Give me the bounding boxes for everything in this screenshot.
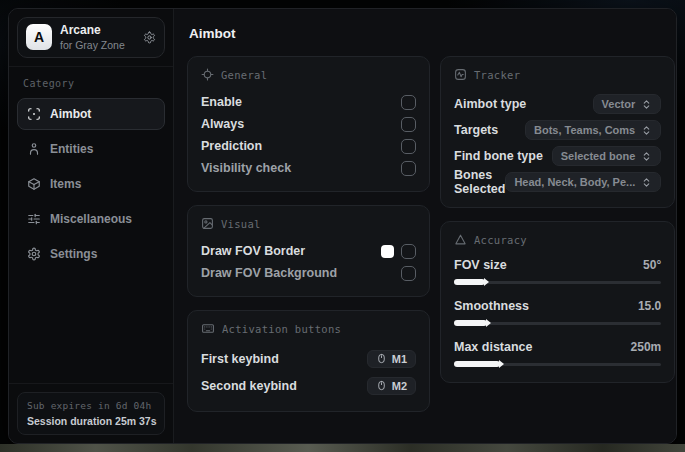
- gear-icon: [27, 247, 41, 261]
- setting-row-second-keybind: Second keybind M2: [201, 372, 416, 399]
- enable-checkbox[interactable]: [401, 95, 416, 110]
- max-distance-value: 250m: [631, 340, 662, 354]
- chevrons-up-down-icon: [641, 151, 652, 162]
- slider-fill: [454, 361, 500, 367]
- setting-label: Visibility check: [201, 161, 291, 175]
- always-checkbox[interactable]: [401, 117, 416, 132]
- smoothness-slider[interactable]: [454, 319, 661, 327]
- setting-row-bones-selected: Bones Selected Head, Neck, Body, Pe...: [454, 169, 661, 195]
- app-subtitle: for Gray Zone: [60, 39, 125, 51]
- image-icon: [201, 217, 214, 230]
- sidebar-item-label: Aimbot: [50, 107, 91, 121]
- select-value: Head, Neck, Body, Pe...: [514, 176, 635, 188]
- setting-label: Always: [201, 117, 244, 131]
- draw-fov-background-checkbox[interactable]: [401, 266, 416, 281]
- setting-row-max-distance: Max distance 250m: [454, 338, 661, 368]
- setting-label: Draw FOV Background: [201, 266, 337, 280]
- setting-label: First keybind: [201, 352, 279, 366]
- person-icon: [27, 142, 41, 156]
- sidebar-item-label: Miscellaneous: [50, 212, 132, 226]
- sidebar-item-items[interactable]: Items: [17, 168, 165, 200]
- triangle-icon: [454, 233, 467, 246]
- setting-label: Aimbot type: [454, 97, 526, 111]
- app-logo: A: [26, 24, 52, 50]
- setting-label: Smoothness: [454, 299, 529, 313]
- setting-label: Targets: [454, 123, 498, 137]
- setting-row-prediction: Prediction: [201, 135, 416, 157]
- keybind-value: M1: [392, 353, 407, 365]
- app-window: A Arcane for Gray Zone Category Aimbot: [8, 8, 677, 444]
- activation-buttons-panel: Activation buttons First keybind M1 Seco…: [187, 310, 430, 412]
- sidebar: A Arcane for Gray Zone Category Aimbot: [9, 9, 174, 443]
- accuracy-panel: Accuracy FOV size 50°: [440, 221, 675, 383]
- select-value: Selected bone: [561, 150, 636, 162]
- setting-row-fov-size: FOV size 50°: [454, 256, 661, 286]
- setting-label: Max distance: [454, 340, 533, 354]
- setting-row-targets: Targets Bots, Teams, Coms: [454, 117, 661, 143]
- slider-fill: [454, 279, 485, 285]
- panel-title: Visual: [221, 218, 261, 230]
- select-value: Bots, Teams, Coms: [534, 124, 635, 136]
- app-name: Arcane: [60, 24, 125, 38]
- sliders-icon: [27, 212, 41, 226]
- panel-title: Accuracy: [474, 234, 527, 246]
- fov-border-color-swatch[interactable]: [381, 245, 394, 258]
- targets-select[interactable]: Bots, Teams, Coms: [525, 120, 661, 140]
- main-content: Aimbot General Enable Alw: [174, 9, 676, 443]
- setting-row-find-bone-type: Find bone type Selected bone: [454, 143, 661, 169]
- setting-row-enable: Enable: [201, 91, 416, 113]
- crosshair-icon: [201, 68, 214, 81]
- bones-selected-select[interactable]: Head, Neck, Body, Pe...: [505, 172, 661, 192]
- setting-label: Find bone type: [454, 149, 543, 163]
- aimbot-type-select[interactable]: Vector: [593, 94, 662, 114]
- visual-panel: Visual Draw FOV Border Draw FOV Backgrou…: [187, 205, 430, 297]
- keybind-value: M2: [392, 380, 407, 392]
- second-keybind-button[interactable]: M2: [367, 377, 416, 395]
- setting-row-always: Always: [201, 113, 416, 135]
- setting-row-draw-fov-border: Draw FOV Border: [201, 240, 416, 262]
- keyboard-icon: [201, 322, 215, 335]
- setting-label: Second keybind: [201, 379, 297, 393]
- setting-label: Prediction: [201, 139, 262, 153]
- crosshair-scan-icon: [27, 107, 41, 121]
- setting-row-first-keybind: First keybind M1: [201, 345, 416, 372]
- setting-label: Draw FOV Border: [201, 244, 305, 258]
- setting-label: Bones Selected: [454, 168, 505, 196]
- page-title: Aimbot: [189, 26, 663, 41]
- tracker-panel: Tracker Aimbot type Vector Targets: [440, 56, 675, 208]
- tracker-pulse-icon: [454, 68, 467, 81]
- visibility-check-checkbox[interactable]: [401, 161, 416, 176]
- fov-size-value: 50°: [643, 258, 661, 272]
- category-label: Category: [23, 78, 159, 89]
- sidebar-item-settings[interactable]: Settings: [17, 238, 165, 270]
- sidebar-item-miscellaneous[interactable]: Miscellaneous: [17, 203, 165, 235]
- panel-title: Tracker: [474, 69, 520, 81]
- fov-size-slider[interactable]: [454, 278, 661, 286]
- prediction-checkbox[interactable]: [401, 139, 416, 154]
- sidebar-item-entities[interactable]: Entities: [17, 133, 165, 165]
- setting-row-visibility-check: Visibility check: [201, 157, 416, 179]
- package-icon: [27, 177, 41, 191]
- sidebar-item-aimbot[interactable]: Aimbot: [17, 98, 165, 130]
- panel-title: General: [221, 69, 267, 81]
- game-background-ground: [0, 444, 685, 452]
- sidebar-footer: Sub expires in 6d 04h Session duration 2…: [9, 383, 173, 443]
- header-gear-icon[interactable]: [143, 31, 156, 44]
- mouse-icon: [376, 353, 387, 364]
- first-keybind-button[interactable]: M1: [367, 350, 416, 368]
- sidebar-item-label: Settings: [50, 247, 97, 261]
- session-duration-text: Session duration 25m 37s: [27, 415, 155, 427]
- setting-row-smoothness: Smoothness 15.0: [454, 297, 661, 327]
- setting-label: FOV size: [454, 258, 507, 272]
- chevrons-up-down-icon: [641, 125, 652, 136]
- draw-fov-border-checkbox[interactable]: [401, 244, 416, 259]
- subscription-card: Sub expires in 6d 04h Session duration 2…: [17, 392, 165, 435]
- find-bone-type-select[interactable]: Selected bone: [552, 146, 662, 166]
- mouse-icon: [376, 380, 387, 391]
- max-distance-slider[interactable]: [454, 360, 661, 368]
- panel-title: Activation buttons: [222, 323, 341, 335]
- sidebar-nav: Category Aimbot Entities Items: [9, 67, 173, 383]
- general-panel: General Enable Always Prediction: [187, 56, 430, 192]
- slider-fill: [454, 320, 487, 326]
- chevrons-up-down-icon: [641, 99, 652, 110]
